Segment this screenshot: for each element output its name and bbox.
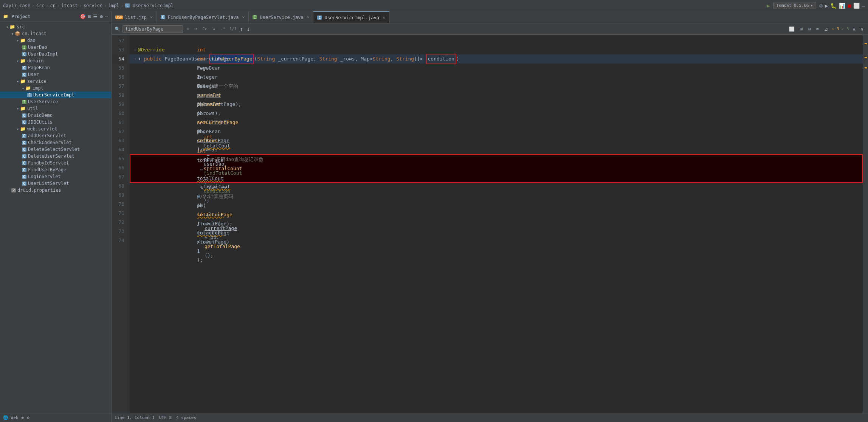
arrow-impl: ▾ bbox=[22, 86, 24, 90]
bottom-indent[interactable]: 4 spaces bbox=[176, 415, 196, 420]
tree-item-domain[interactable]: ▾ 📁 domain bbox=[0, 57, 111, 64]
expand-all-icon[interactable]: ☰ bbox=[93, 14, 98, 19]
code-content[interactable]: ▸ @Override ▾ ⬆ public PageBean < User >… bbox=[130, 35, 863, 413]
fold-53[interactable]: ▸ bbox=[134, 45, 136, 54]
tree-item-service[interactable]: ▾ 📁 service bbox=[0, 78, 111, 85]
search-input[interactable] bbox=[122, 25, 183, 33]
tab-user-service-impl-close[interactable]: ✕ bbox=[383, 15, 385, 20]
expand-down-btn[interactable]: ∨ bbox=[859, 26, 865, 33]
tree-item-userlistservlet[interactable]: C UserListServlet bbox=[0, 180, 111, 187]
ln-73: 73 bbox=[112, 227, 127, 236]
debug-icon[interactable]: 🐛 bbox=[830, 3, 837, 9]
tomcat-dropdown-icon[interactable]: ▾ bbox=[811, 3, 813, 8]
tree-item-checkcodeservlet[interactable]: C CheckCodeServlet bbox=[0, 139, 111, 146]
tree-item-userserviceimpl[interactable]: C UserServiceImpl bbox=[0, 92, 111, 98]
tab-user-service-icon: I bbox=[253, 15, 257, 19]
breadcrumb-impl[interactable]: impl bbox=[108, 3, 119, 8]
tree-item-findbyidservlet[interactable]: C FindbyIdServlet bbox=[0, 160, 111, 166]
close-sidebar-icon[interactable]: — bbox=[105, 14, 108, 19]
comma3: , bbox=[391, 54, 397, 64]
tomcat-badge[interactable]: Tomcat 8.5.66 ▾ bbox=[773, 2, 817, 9]
web-icon[interactable]: 🌐 Web bbox=[3, 415, 19, 420]
split-btn[interactable]: ⊞ bbox=[798, 26, 804, 33]
tab-user-service-close[interactable]: ✕ bbox=[307, 15, 310, 20]
filter-btn[interactable]: ⊿ bbox=[823, 26, 829, 33]
tree-item-src[interactable]: ▾ 📁 src bbox=[0, 23, 111, 30]
breadcrumb-itcast[interactable]: itcast bbox=[61, 3, 78, 8]
settings-icon[interactable]: ⚙ bbox=[100, 14, 103, 19]
tree-item-dao[interactable]: ▾ 📁 dao bbox=[0, 37, 111, 44]
collapse-all-icon[interactable]: ⊟ bbox=[88, 14, 91, 19]
tree-item-pagebean[interactable]: C PageBean bbox=[0, 64, 111, 71]
align-btn[interactable]: ≡ bbox=[815, 26, 820, 33]
breadcrumb-service[interactable]: service bbox=[84, 3, 103, 8]
tab-user-service-impl[interactable]: C UserServiceImpl.java ✕ bbox=[313, 11, 389, 23]
tab-user-service[interactable]: I UserService.java ✕ bbox=[249, 11, 313, 23]
minimize-icon[interactable]: — bbox=[862, 3, 865, 9]
gutter-warning-2[interactable] bbox=[865, 57, 867, 58]
var-totalpage: totalPage bbox=[197, 157, 223, 163]
code-line-67: pb. setTotalCount ( totalCout ); bbox=[130, 173, 862, 182]
search-clear-btn[interactable]: ✕ bbox=[185, 26, 191, 32]
tree-item-userdao[interactable]: I UserDao bbox=[0, 44, 111, 51]
tree-item-deleteuserservlet[interactable]: C DeleteUserServlet bbox=[0, 153, 111, 160]
split2-btn[interactable]: ⊟ bbox=[806, 26, 812, 33]
search-regex-btn[interactable]: .* bbox=[219, 26, 227, 32]
stop-icon[interactable]: ■ bbox=[848, 3, 851, 9]
eq-74: = pb. bbox=[205, 234, 219, 240]
editor-toolbar-right: ⬜ ⊞ ⊟ ≡ ⊿ ⚠ 3 ✓ 3 ∧ ∨ bbox=[787, 26, 865, 33]
tree-item-jdbcutils[interactable]: C JDBCUtils bbox=[0, 119, 111, 126]
folder-icon-webservlet: 📁 bbox=[20, 126, 26, 132]
breadcrumb-src[interactable]: src bbox=[36, 3, 44, 8]
maximize-icon[interactable]: ⬜ bbox=[853, 3, 860, 9]
label-webservlet: web.servlet bbox=[27, 126, 57, 132]
tab-list-jsp-close[interactable]: ✕ bbox=[150, 15, 153, 20]
search-cc-btn[interactable]: Cc bbox=[201, 26, 209, 32]
breadcrumb-file[interactable]: UserServiceImpl bbox=[133, 3, 174, 8]
label-adduserservlet: addUserServlet bbox=[28, 133, 66, 138]
tab-find-servlet-close[interactable]: ✕ bbox=[242, 15, 245, 20]
tree-item-userservice[interactable]: I UserService bbox=[0, 98, 111, 105]
settings-bottom-icon[interactable]: ⚙ bbox=[27, 415, 29, 420]
expand-up-btn[interactable]: ∧ bbox=[851, 26, 857, 33]
add-icon[interactable]: ⊕ bbox=[22, 415, 24, 420]
tree-item-finduserbypag[interactable]: C FindUserByPage bbox=[0, 166, 111, 173]
param-rows: _rows bbox=[340, 54, 355, 64]
bottom-line-col[interactable]: Line 1, Column 1 bbox=[115, 415, 155, 420]
ln-64: 64 bbox=[112, 145, 127, 154]
breadcrumb-cn[interactable]: cn bbox=[50, 3, 55, 8]
breadcrumb-day17[interactable]: day17_case bbox=[3, 3, 30, 8]
tree-item-webservlet[interactable]: ▾ 📁 web.servlet bbox=[0, 126, 111, 132]
build-icon[interactable]: ⚙ bbox=[819, 3, 822, 9]
search-refresh-btn[interactable]: ↺ bbox=[193, 26, 199, 32]
bottom-encoding[interactable]: UTF-8 bbox=[159, 415, 172, 420]
tree-item-deleteselectservlet[interactable]: C DeleteSelectServlet bbox=[0, 146, 111, 153]
tree-item-cn-itcast[interactable]: ▾ 📦 cn.itcast bbox=[0, 30, 111, 37]
ln-74: 74 bbox=[112, 236, 127, 245]
tree-item-impl[interactable]: ▾ 📁 impl bbox=[0, 85, 111, 92]
fold-54[interactable]: ▾ bbox=[134, 54, 136, 64]
tab-list-jsp[interactable]: JSP list.jsp ✕ bbox=[112, 11, 157, 23]
gutter-warning-3[interactable] bbox=[865, 67, 867, 68]
run-icon[interactable]: ▶ bbox=[767, 3, 770, 9]
next-result-btn[interactable]: ↓ bbox=[247, 26, 250, 32]
tree-item-druidprops[interactable]: P druid.properties bbox=[0, 187, 111, 194]
tree-item-userdaoimpl[interactable]: C UserDaoImpl bbox=[0, 51, 111, 57]
tree-item-adduserservlet[interactable]: C addUserServlet bbox=[0, 132, 111, 139]
profile-icon[interactable]: 📊 bbox=[839, 3, 845, 9]
gutter-warning-1[interactable] bbox=[865, 43, 867, 44]
run2-icon[interactable]: ▶ bbox=[825, 3, 828, 9]
view-mode-btn[interactable]: ⬜ bbox=[787, 26, 796, 33]
tree-item-loginservlet[interactable]: C LoginServlet bbox=[0, 173, 111, 180]
label-impl: impl bbox=[33, 85, 43, 91]
scroll-from-source-icon[interactable]: 🎯 bbox=[80, 14, 86, 19]
tree-item-druiddemo[interactable]: C DruidDemo bbox=[0, 112, 111, 119]
tab-find-servlet[interactable]: C FindUserByPageServlet.java ✕ bbox=[157, 11, 249, 23]
tree-item-util[interactable]: ▾ 📁 util bbox=[0, 105, 111, 112]
tree-item-user[interactable]: C User bbox=[0, 71, 111, 78]
icon-checkcodeservlet: C bbox=[22, 141, 26, 145]
prev-result-btn[interactable]: ↑ bbox=[240, 26, 243, 32]
search-word-btn[interactable]: W bbox=[211, 26, 217, 32]
label-loginservlet: LoginServlet bbox=[28, 174, 61, 179]
ln-70: 70 bbox=[112, 200, 127, 209]
